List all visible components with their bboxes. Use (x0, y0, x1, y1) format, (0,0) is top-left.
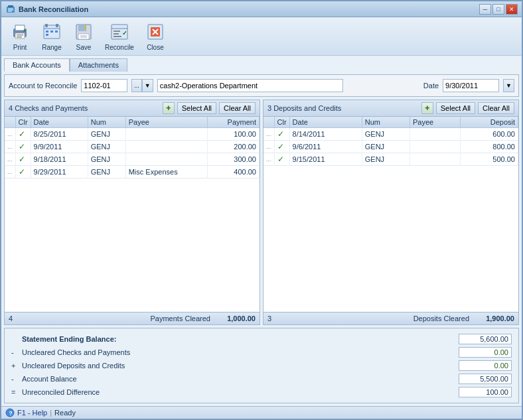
checks-panel-header: 4 Checks and Payments + Select All Clear… (5, 100, 260, 117)
date-dropdown-arrow[interactable]: ▼ (503, 79, 514, 92)
deposits-footer-count: 3 (267, 315, 271, 322)
deposits-footer-label: Deposits Cleared (277, 315, 469, 322)
num-cell: GENJ (88, 153, 125, 166)
deposits-col-clr: Clr (274, 117, 289, 128)
tab-attachments[interactable]: Attachments (70, 58, 127, 72)
date-cell: 9/15/2011 (289, 153, 362, 166)
save-label: Save (76, 44, 92, 51)
close-toolbar-label: Close (147, 44, 164, 51)
checks-panel-footer: 4 Payments Cleared 1,000.00 (5, 312, 260, 324)
row-handle: ... (263, 153, 274, 166)
account-to-reconcile-label: Account to Reconcile (9, 82, 77, 90)
clr-cell[interactable]: ✓ (15, 166, 31, 178)
check-mark: ✓ (277, 155, 284, 164)
checks-grid: Clr Date Num Payee Payment ... ✓ 8/25/20… (5, 117, 260, 312)
status-text: Ready (54, 409, 76, 417)
checks-row[interactable]: ... ✓ 9/29/2011 GENJ Misc Expenses 400.0… (5, 166, 260, 178)
deposits-row[interactable]: ... ✓ 8/14/2011 GENJ 600.00 (263, 128, 518, 141)
help-text[interactable]: F1 - Help (17, 409, 47, 417)
window-close-button[interactable]: ✕ (506, 4, 518, 15)
deposits-clear-all-button[interactable]: Clear All (478, 102, 514, 114)
svg-text:?: ? (9, 410, 13, 417)
reconcile-button[interactable]: ✓ Reconcile (102, 20, 137, 52)
summary-prefix: - (11, 375, 18, 383)
checks-clear-all-button[interactable]: Clear All (219, 102, 256, 114)
checks-col-payment: Payment (208, 117, 260, 128)
svg-point-10 (24, 30, 26, 32)
checks-add-button[interactable]: + (163, 102, 175, 114)
minimize-button[interactable]: ─ (479, 4, 491, 15)
deposits-col-deposit: Deposit (460, 117, 518, 128)
toolbar: Print Range (1, 17, 522, 56)
deposits-row[interactable]: ... ✓ 9/6/2011 GENJ 800.00 (263, 141, 518, 153)
svg-rect-27 (113, 33, 119, 35)
checks-col-handle (5, 117, 15, 128)
status-divider: | (50, 409, 52, 417)
deposits-add-button[interactable]: + (421, 102, 433, 114)
range-button[interactable]: Range (38, 20, 65, 52)
summary-label: Account Balance (22, 375, 459, 383)
checks-col-num: Num (88, 117, 125, 128)
clr-cell[interactable]: ✓ (15, 141, 31, 153)
clr-cell[interactable]: ✓ (15, 128, 31, 141)
checks-col-clr: Clr (15, 117, 31, 128)
deposits-col-date: Date (289, 117, 362, 128)
print-button[interactable]: Print (7, 20, 33, 52)
deposits-select-all-button[interactable]: Select All (436, 102, 475, 114)
row-handle: ... (263, 141, 274, 153)
clr-cell[interactable]: ✓ (274, 153, 289, 166)
svg-text:✓: ✓ (122, 30, 127, 36)
date-input[interactable] (443, 79, 499, 92)
deposit-cell: 600.00 (460, 128, 518, 141)
svg-rect-21 (85, 25, 86, 30)
deposits-row[interactable]: ... ✓ 9/15/2011 GENJ 500.00 (263, 153, 518, 166)
account-dropdown-ellipsis[interactable]: ... (131, 79, 142, 92)
close-toolbar-button[interactable]: Close (142, 20, 169, 52)
payment-cell: 400.00 (208, 166, 260, 178)
checks-row[interactable]: ... ✓ 9/9/2011 GENJ 200.00 (5, 141, 260, 153)
account-input[interactable] (81, 79, 127, 92)
svg-rect-26 (113, 31, 120, 32)
payee-cell (125, 153, 207, 166)
deposits-panel-title: 3 Deposits and Credits (267, 104, 419, 112)
checks-row[interactable]: ... ✓ 9/18/2011 GENJ 300.00 (5, 153, 260, 166)
clr-cell[interactable]: ✓ (15, 153, 31, 166)
checks-row[interactable]: ... ✓ 8/25/2011 GENJ 100.00 (5, 128, 260, 141)
date-cell: 8/14/2011 (289, 128, 362, 141)
status-bar: ? F1 - Help | Ready (1, 406, 522, 419)
date-cell: 9/6/2011 (289, 141, 362, 153)
reconcile-icon: ✓ (109, 21, 130, 42)
account-name-input[interactable] (157, 79, 343, 92)
deposits-panel-footer: 3 Deposits Cleared 1,900.00 (263, 312, 518, 324)
payment-cell: 300.00 (208, 153, 260, 166)
deposits-col-handle (263, 117, 274, 128)
panels-container: 4 Checks and Payments + Select All Clear… (4, 100, 519, 325)
num-cell: GENJ (88, 166, 125, 178)
summary-label: Statement Ending Balance: (22, 335, 459, 343)
check-mark: ✓ (19, 129, 25, 139)
range-label: Range (42, 44, 61, 51)
svg-rect-16 (46, 34, 48, 36)
window-title: Bank Reconciliation (19, 5, 479, 13)
num-cell: GENJ (362, 141, 410, 153)
clr-cell[interactable]: ✓ (274, 141, 289, 153)
date-cell: 9/9/2011 (31, 141, 88, 153)
checks-panel-title: 4 Checks and Payments (9, 104, 160, 112)
save-button[interactable]: Save (70, 20, 97, 52)
svg-rect-13 (56, 24, 58, 27)
maximize-button[interactable]: □ (492, 4, 504, 15)
svg-rect-28 (113, 36, 121, 37)
save-icon (73, 21, 94, 42)
deposits-col-payee: Payee (410, 117, 461, 128)
tab-bank-accounts[interactable]: Bank Accounts (4, 58, 70, 72)
account-dropdown-arrow[interactable]: ▼ (142, 79, 153, 92)
tab-bar: Bank Accounts Attachments (4, 58, 519, 72)
checks-select-all-button[interactable]: Select All (177, 102, 216, 114)
checks-panel: 4 Checks and Payments + Select All Clear… (4, 100, 260, 325)
deposits-panel-header: 3 Deposits and Credits + Select All Clea… (263, 100, 518, 117)
summary-row: Statement Ending Balance: 5,600.00 (11, 332, 512, 346)
clr-cell[interactable]: ✓ (274, 128, 289, 141)
payee-cell (125, 141, 207, 153)
svg-rect-8 (17, 35, 23, 36)
svg-rect-23 (80, 35, 87, 38)
